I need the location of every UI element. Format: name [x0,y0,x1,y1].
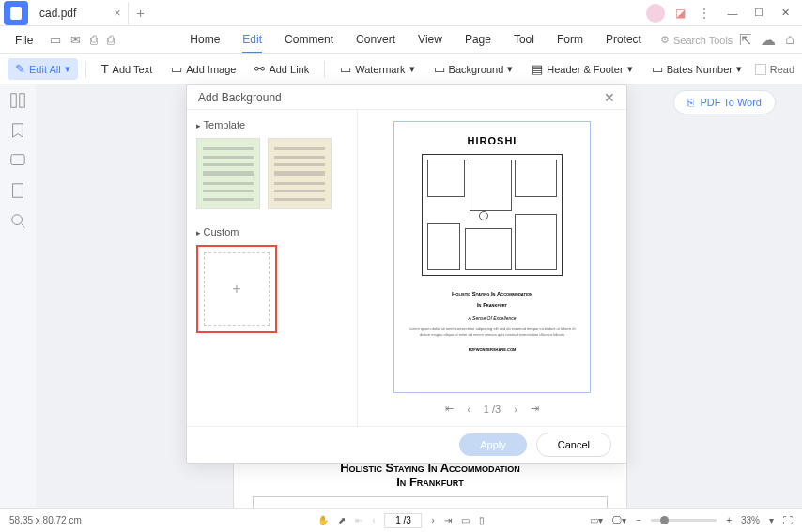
background-button[interactable]: ▭ Background ▾ [426,58,521,80]
titlebar: cad.pdf × + ◪ ⋮ — ☐ ✕ [0,0,802,26]
maximize-button[interactable]: ☐ [746,2,772,24]
add-background-dialog: Add Background ✕ Template Custom [186,84,627,464]
svg-rect-0 [11,94,16,107]
menu-form[interactable]: Form [557,27,583,53]
link-icon: ⚯ [254,62,265,76]
apply-button[interactable]: Apply [459,433,527,456]
print-icon[interactable]: ⎙ [90,33,98,47]
add-tab-button[interactable]: + [129,6,151,21]
main-area: ⎘ PDF To Word Holistic Staying In Accomm… [0,84,802,508]
menu-tool[interactable]: Tool [514,27,534,53]
add-image-button[interactable]: ▭ Add Image [163,58,243,80]
svg-rect-3 [13,184,23,197]
comment-icon[interactable] [9,152,26,169]
template-section-label[interactable]: Template [196,119,347,130]
more-icon[interactable]: ⋮ [695,4,714,23]
preview-doc-title: HIROSHI [468,135,517,146]
template-option-2[interactable] [268,138,332,209]
chevron-down-icon: ▾ [627,63,633,75]
svg-point-4 [12,215,23,225]
watermark-icon: ▭ [340,62,351,76]
fullscreen-icon[interactable]: ⛶ [783,515,793,525]
attachment-icon[interactable] [9,182,26,199]
bookmark-icon[interactable] [9,122,26,139]
pager-last-button[interactable]: ⇥ [531,403,539,415]
menu-view[interactable]: View [418,27,442,53]
header-footer-button[interactable]: ▤ Header & Footer ▾ [524,58,640,80]
svg-line-5 [22,224,25,228]
close-window-button[interactable]: ✕ [772,2,798,24]
svg-rect-1 [20,94,24,107]
print2-icon[interactable]: ⎙ [107,33,115,47]
add-custom-placeholder: + [204,252,270,326]
menu-page[interactable]: Page [465,27,491,53]
preview-tagline: A Sense Of Excellence [469,315,517,321]
bates-number-button[interactable]: ▭ Bates Number ▾ [644,58,749,80]
cloud-icon[interactable]: ☁ [761,31,776,49]
search-icon: ⚙ [660,34,670,46]
edit-all-button[interactable]: ✎ Edit All ▾ [8,58,78,80]
add-text-button[interactable]: T Add Text [94,58,161,80]
zoom-out-button[interactable]: − [636,515,641,525]
search-panel-icon[interactable] [9,212,26,229]
dialog-left-panel: Template Custom + [187,110,358,426]
watermark-button[interactable]: ▭ Watermark ▾ [332,58,422,80]
dialog-header: Add Background ✕ [187,85,626,110]
chevron-down-icon: ▾ [409,63,415,75]
pager-prev-button[interactable]: ‹ [467,403,470,415]
home-icon[interactable]: ⌂ [785,31,794,49]
template-option-1[interactable] [196,138,260,209]
main-menu: Home Edit Comment Convert View Page Tool… [190,27,641,53]
save-icon[interactable]: ▭ [50,33,61,47]
app-icon[interactable] [4,1,28,25]
dialog-preview-panel: HIROSHI Holistic Staying In Accommodatio… [358,110,626,426]
thumbnails-icon[interactable] [9,92,26,109]
menu-comment[interactable]: Comment [285,27,333,53]
menu-protect[interactable]: Protect [606,27,641,53]
dialog-close-button[interactable]: ✕ [604,90,615,105]
doc-title2: In Frankfurt [253,475,608,489]
next-page-button[interactable]: › [432,515,435,525]
file-menu[interactable]: File [8,34,40,47]
zoom-level[interactable]: 33% [741,515,760,525]
pencil-icon: ✎ [15,62,25,76]
prev-page-button[interactable]: ‹ [372,515,375,525]
custom-section-label[interactable]: Custom [196,226,347,237]
preview-subtitle: Holistic Staying In Accommodation [452,291,532,296]
menu-convert[interactable]: Convert [356,27,395,53]
view-mode-icon[interactable]: ▭▾ [590,515,603,525]
zoom-in-button[interactable]: + [726,515,732,525]
document-tab[interactable]: cad.pdf × [32,2,129,24]
left-sidebar [0,84,36,508]
svg-rect-2 [11,155,24,165]
menu-edit[interactable]: Edit [242,27,262,53]
page-number-input[interactable] [385,513,423,528]
cancel-button[interactable]: Cancel [536,433,611,457]
minimize-button[interactable]: — [719,2,746,24]
pdf-to-word-button[interactable]: ⎘ PDF To Word [673,90,776,114]
add-link-button[interactable]: ⚯ Add Link [247,58,316,80]
select-tool-icon[interactable]: ⬈ [338,515,346,525]
user-avatar-icon[interactable] [646,4,665,23]
search-tools[interactable]: ⚙ Search Tools [660,34,733,46]
page-dimensions: 58.35 x 80.72 cm [9,515,82,525]
close-tab-icon[interactable]: × [114,7,120,20]
fit-width-icon[interactable]: ▭ [461,515,470,525]
display-mode-icon[interactable]: 🖵▾ [612,515,626,525]
fit-page-icon[interactable]: ▯ [479,515,485,525]
first-page-button[interactable]: ⇤ [355,515,362,525]
share-icon[interactable]: ⇱ [739,31,751,49]
zoom-slider[interactable] [651,519,717,522]
read-checkbox[interactable] [755,64,766,75]
last-page-button[interactable]: ⇥ [444,515,452,525]
pager-first-button[interactable]: ⇤ [445,403,454,415]
hand-tool-icon[interactable]: ✋ [317,515,329,525]
notification-icon[interactable]: ◪ [671,4,689,23]
edit-toolbar: ✎ Edit All ▾ T Add Text ▭ Add Image ⚯ Ad… [0,54,802,84]
mail-icon[interactable]: ✉ [70,33,81,47]
chevron-down-icon[interactable]: ▾ [769,515,774,525]
menu-home[interactable]: Home [190,27,220,53]
custom-background-add[interactable]: + [196,245,277,333]
preview-url: PDFWONDERSHARE.COM [469,347,517,352]
pager-next-button[interactable]: › [514,403,517,415]
